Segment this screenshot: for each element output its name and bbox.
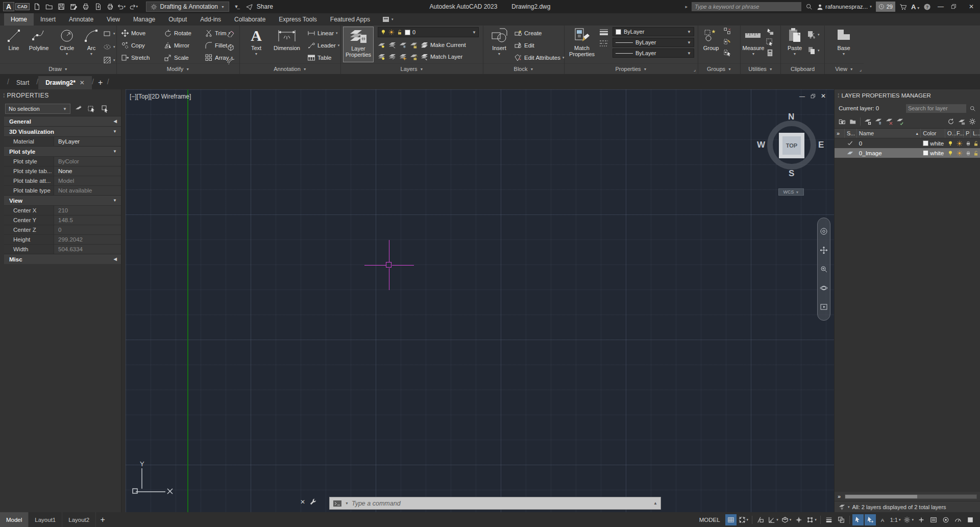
polar-tracking-icon[interactable]: ▾ [767, 514, 779, 525]
ribbon-display-toggle[interactable]: ▾ [382, 13, 394, 26]
annotation-scale-button[interactable]: 1:1▾ [889, 514, 902, 525]
lpm-column-s[interactable]: S... [845, 129, 857, 138]
layer-row-0_image[interactable]: 0_Imagewhite [835, 148, 980, 158]
layer-lock-button[interactable] [410, 41, 418, 49]
lpm-grip-icon[interactable]: ⁞⁞ [838, 93, 839, 99]
drawing-restore-button[interactable] [810, 93, 816, 99]
viewcube-north[interactable]: N [788, 112, 794, 122]
file-tab-drawing2[interactable]: Drawing2* ✕ [38, 76, 92, 89]
chevron-left-icon[interactable]: ◀ [114, 119, 117, 124]
refresh-icon[interactable] [947, 118, 954, 125]
restore-button[interactable] [950, 4, 962, 10]
panel-label-clipboard[interactable]: Clipboard [781, 63, 824, 74]
showmotion-button[interactable] [820, 303, 828, 311]
full-navigation-wheel-button[interactable] [820, 227, 828, 235]
layer-freeze-button[interactable] [399, 41, 407, 49]
insert-caret-icon[interactable]: ▼ [498, 51, 501, 57]
new-file-icon[interactable] [31, 1, 43, 12]
new-property-filter-icon[interactable] [839, 118, 846, 125]
viewport-controls-label[interactable]: [−][Top][2D Wireframe] [130, 93, 191, 100]
viewcube-west[interactable]: W [757, 140, 765, 150]
layer-thaw-button[interactable] [399, 53, 407, 61]
quick-properties-icon[interactable] [928, 514, 939, 525]
ribbon-tab-collaborate[interactable]: Collaborate [228, 13, 272, 26]
prop-row-height[interactable]: Height299.2042 [4, 234, 121, 244]
layer-on-button[interactable] [378, 53, 385, 61]
panel-label-block[interactable]: Block▼ [483, 63, 564, 74]
color-swatch[interactable] [923, 150, 928, 156]
ungroup-button[interactable] [724, 28, 731, 35]
search-icon[interactable] [805, 3, 813, 10]
lpm-column-o[interactable]: O... [945, 129, 954, 138]
prop-value[interactable]: Not available [54, 186, 121, 195]
layout-tab-layout2[interactable]: Layout2 [62, 512, 96, 527]
panel-label-properties[interactable]: Properties▼ [565, 63, 698, 74]
panel-label-view[interactable]: View▼ [825, 63, 864, 74]
open-folder-icon[interactable] [43, 1, 55, 12]
polyline-button[interactable]: Polyline [24, 27, 53, 51]
table-button[interactable]: Table [307, 52, 339, 63]
sort-ascending-icon[interactable]: ▲ [915, 132, 920, 135]
ribbon-tab-annotate[interactable]: Annotate [62, 13, 100, 26]
graphics-performance-icon[interactable] [952, 514, 964, 525]
share-icon[interactable] [243, 1, 256, 12]
stretch-button[interactable]: Stretch [121, 52, 150, 63]
autocad-logo-icon[interactable]: A [3, 2, 14, 11]
help-icon[interactable]: ? ▾ [923, 3, 931, 11]
isolate-objects-icon[interactable] [940, 514, 951, 525]
pan-button[interactable] [820, 246, 828, 254]
linetype-list-icon[interactable] [599, 40, 608, 47]
snap-mode-icon[interactable]: ▾ [738, 514, 750, 525]
prop-value[interactable]: ByColor [54, 157, 121, 166]
base-button[interactable]: Base ▼ [832, 27, 855, 57]
layer-lock-icon[interactable] [971, 140, 980, 147]
ribbon-tab-output[interactable]: Output [162, 13, 193, 26]
command-wrench-icon[interactable] [309, 498, 317, 506]
app-store-cart-icon[interactable] [899, 3, 907, 11]
lineweight-list-icon[interactable] [599, 29, 608, 36]
recent-commands-caret-icon[interactable]: ▼ [345, 501, 349, 505]
prop-value[interactable]: 0 [54, 225, 121, 234]
workspace-selector[interactable]: Drafting & Annotation ▼ [146, 2, 229, 12]
line-button[interactable]: Line [3, 27, 24, 51]
settings-gear-icon[interactable] [969, 118, 976, 125]
layer-plot-icon[interactable] [964, 140, 971, 147]
match-properties-button[interactable]: Match Properties [567, 27, 597, 57]
select-similar-button[interactable] [766, 38, 774, 46]
object-color-dropdown[interactable]: ByLayer▼ [612, 27, 694, 36]
make-current-button[interactable]: Make Current [421, 39, 466, 51]
prop-section-general[interactable]: General◀ [4, 116, 121, 126]
file-tab-start[interactable]: Start [9, 76, 36, 89]
layer-unlock-button[interactable] [410, 53, 418, 61]
measure-button[interactable]: Measure ▼ [742, 27, 765, 57]
layer-search-input[interactable] [906, 104, 966, 113]
grid-display-icon[interactable] [725, 514, 737, 525]
chevron-down-icon[interactable]: ▼ [113, 129, 117, 134]
properties-panel-expand-icon[interactable]: ⌟ [694, 67, 696, 72]
ellipse-button[interactable]: ▾ [103, 41, 115, 53]
object-snap-tracking-icon[interactable] [793, 514, 804, 525]
circle-button[interactable]: Circle ▼ [54, 27, 80, 57]
lpm-horizontal-scrollbar[interactable] [845, 494, 977, 499]
drawing-minimize-button[interactable]: — [799, 93, 805, 99]
ribbon-tab-home[interactable]: Home [4, 13, 34, 26]
drawing-canvas[interactable]: [−][Top][2D Wireframe] — ✕ N W E S TOP W… [126, 89, 834, 512]
paste-button[interactable]: Paste ▼ [784, 27, 805, 57]
lpm-title[interactable]: ⁞⁞ LAYER PROPERTIES MANAGER [835, 89, 980, 102]
panel-label-utilities[interactable]: Utilities▼ [741, 63, 780, 74]
layer-status-icon[interactable] [845, 140, 857, 147]
ribbon-tab-add-ins[interactable]: Add-ins [193, 13, 228, 26]
set-current-layer-icon[interactable] [896, 118, 903, 125]
toggle-pickadd-button[interactable] [74, 104, 84, 114]
new-layout-button[interactable]: + [96, 512, 109, 527]
prop-value[interactable]: 148.5 [54, 215, 121, 225]
ribbon-tab-manage[interactable]: Manage [127, 13, 162, 26]
prop-row-center-y[interactable]: Center Y148.5 [4, 215, 121, 225]
zoom-extents-button[interactable] [820, 265, 828, 273]
lpm-collapse-button[interactable]: » [835, 129, 845, 138]
copy-clip-button[interactable]: ▾ [807, 44, 820, 56]
edit-attributes-button[interactable]: Edit Attributes▾ [514, 52, 564, 63]
new-layer-frozen-icon[interactable] [875, 118, 882, 125]
text-button[interactable]: A Text ▼ [246, 27, 266, 57]
layer-color[interactable]: white [921, 150, 945, 156]
